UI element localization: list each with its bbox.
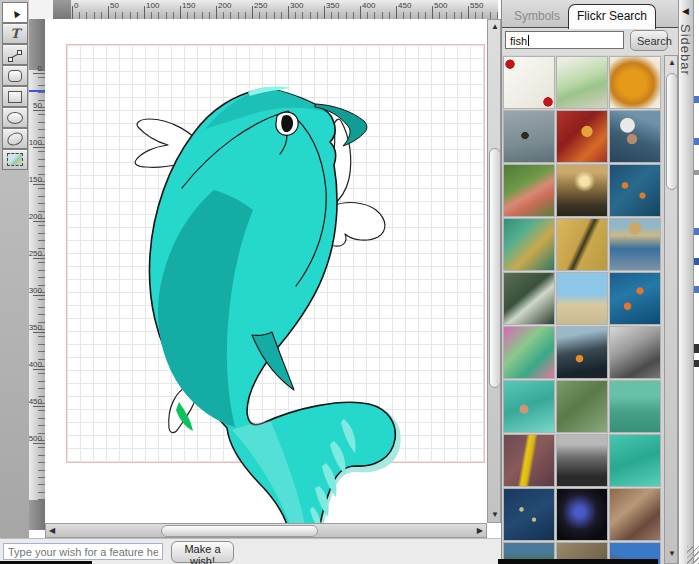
ruler-label: 50 [110,1,119,10]
flickr-result-bird-on-log[interactable] [504,111,554,162]
tool-rounded-rect[interactable] [2,65,28,86]
page-edge-sliver [694,0,699,564]
flickr-result-bw-valley[interactable] [557,435,607,486]
flickr-results-grid [502,55,664,564]
freehand-icon [6,131,25,147]
canvas-hscroll-thumb[interactable] [161,525,318,537]
ruler-top-offpage [53,0,71,19]
ruler-label: 100 [29,138,42,147]
collapse-arrow-icon[interactable]: ◀ [682,6,689,16]
flickr-result-aquarium-room[interactable] [557,327,607,378]
wish-input[interactable] [3,543,163,560]
app-window: ▲T 050100150200250300350400450500550 050… [0,0,699,564]
ruler-label: 200 [218,1,231,10]
ruler-label: 550 [470,1,483,10]
tool-select[interactable]: ▲ [2,2,28,23]
flickr-result-sea-turtle[interactable] [557,381,607,432]
flickr-result-striped-fish-school[interactable] [610,165,660,216]
koi-fish-drawing[interactable] [45,19,487,523]
tool-path[interactable] [2,44,28,65]
scroll-down-icon[interactable]: ▼ [668,550,676,558]
ruler-label: 350 [326,1,339,10]
flickr-result-market-stall[interactable] [504,219,554,270]
canvas-vscroll-thumb[interactable] [489,148,501,388]
ruler-top-ticks [72,12,498,19]
scroll-left-icon[interactable]: ◀ [49,527,55,535]
make-a-wish-button[interactable]: Make a wish! [171,541,234,563]
ruler-left-offpage-top [29,19,45,70]
drawing-canvas[interactable] [45,19,487,523]
flickr-result-beach-boats[interactable] [557,273,607,324]
ruler-label: 150 [182,1,195,10]
flickr-result-fried-fish-plate[interactable] [610,57,660,108]
sidebar-panel: SymbolsFlickr SearchTree View fish Searc… [501,0,678,564]
tab-flickr-search[interactable]: Flickr Search [568,4,656,29]
path-tool-icon [7,49,23,61]
ruler-left-offpage-bottom [29,500,45,530]
flickr-result-snorkeler-green[interactable] [610,381,660,432]
canvas-vertical-scrollbar[interactable]: ▲ ▼ [487,19,501,523]
flickr-result-carnival-kid[interactable] [504,327,554,378]
flickr-result-deep-blue-school[interactable] [504,489,554,540]
page-text-fragment [694,138,699,145]
ruler-label: 450 [29,397,42,406]
flickr-result-fishing-cartoon-card[interactable] [504,57,554,108]
flickr-result-sunset-harbor[interactable] [557,165,607,216]
ruler-label: 150 [29,175,42,184]
ruler-label: 200 [29,212,42,221]
flickr-search-input[interactable]: fish [505,31,624,49]
sidebar-collapse-handle[interactable]: ◀ Sidebar [678,0,694,564]
scroll-down-icon[interactable]: ▼ [491,511,499,519]
page-text-fragment [694,286,699,293]
ruler-label: 400 [362,1,375,10]
tab-symbols[interactable]: Symbols [506,5,568,28]
flickr-result-boy-cap-aquarium[interactable] [610,111,660,162]
page-text-fragment [694,360,699,367]
sidebar-scrollbar[interactable]: ▲ ▼ [664,55,678,564]
tool-freehand[interactable] [2,128,28,149]
flickr-result-fish-on-sand[interactable] [557,219,607,270]
flickr-result-green-lounge-chair[interactable] [557,57,607,108]
canvas-horizontal-scrollbar[interactable]: ◀ ▶ [45,523,487,538]
page-text-fragment [694,96,699,103]
image-tool-icon [7,153,23,166]
tool-ellipse[interactable] [2,107,28,128]
ruler-label: 250 [254,1,267,10]
flickr-result-fish-on-greens[interactable] [504,165,554,216]
ruler-label: 500 [29,434,42,443]
scroll-up-icon[interactable]: ▲ [491,23,499,31]
flickr-result-bw-portrait[interactable] [610,327,660,378]
tool-rect[interactable] [2,86,28,107]
text-tool-icon: T [10,26,20,41]
select-cursor-icon: ▲ [7,4,23,20]
ruler-label: 450 [398,1,411,10]
sidebar-scroll-thumb[interactable] [666,73,678,190]
flickr-result-reef-orange-school[interactable] [610,273,660,324]
flickr-result-hat-vendor-pots[interactable] [610,219,660,270]
tool-palette: ▲T [0,0,29,538]
page-text-fragment [694,258,699,265]
tool-text[interactable]: T [2,23,28,44]
flickr-result-night-blue-fish[interactable] [557,489,607,540]
flickr-result-yellow-pipefish[interactable] [504,435,554,486]
flickr-result-underwater-selfie[interactable] [504,381,554,432]
search-text: fish [510,35,527,47]
ruler-label: 250 [29,249,42,258]
scroll-up-icon[interactable]: ▲ [668,59,676,67]
flickr-search-button[interactable]: Search [630,30,668,51]
ruler-label: 300 [290,1,303,10]
scroll-right-icon[interactable]: ▶ [477,527,483,535]
ruler-left: 050100150200250300350400450500 [29,19,46,530]
flickr-result-coral-garden[interactable] [610,489,660,540]
ruler-label: 0 [38,64,42,73]
flickr-result-teal-lagoon-diver[interactable] [610,435,660,486]
flickr-result-pike-teeth-closeup[interactable] [504,273,554,324]
flickr-result-sushi-spread[interactable] [557,111,607,162]
ruler-label: 500 [434,1,447,10]
resize-grip[interactable] [687,546,699,564]
ruler-corner [29,0,54,20]
tool-image[interactable] [2,149,28,170]
ruler-label: 50 [33,101,42,110]
page-text-fragment [694,344,699,353]
ruler-label: 0 [74,1,78,10]
